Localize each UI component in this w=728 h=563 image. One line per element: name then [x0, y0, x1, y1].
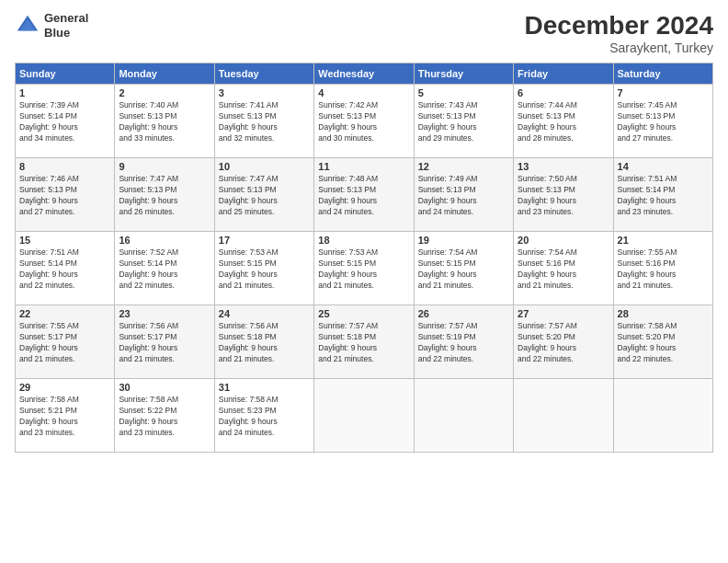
- header: General Blue December 2024 Saraykent, Tu…: [15, 11, 713, 55]
- calendar-cell: [414, 379, 513, 453]
- day-number: 10: [219, 161, 310, 172]
- calendar-cell: 18Sunrise: 7:53 AMSunset: 5:15 PMDayligh…: [314, 232, 414, 305]
- day-number: 2: [119, 87, 210, 98]
- day-info: Sunrise: 7:56 AMSunset: 5:18 PMDaylight:…: [219, 321, 310, 365]
- day-number: 6: [518, 87, 609, 98]
- day-info: Sunrise: 7:47 AMSunset: 5:13 PMDaylight:…: [119, 174, 210, 218]
- calendar-header-row: SundayMondayTuesdayWednesdayThursdayFrid…: [16, 63, 713, 85]
- day-number: 26: [418, 308, 509, 319]
- calendar-cell: 2Sunrise: 7:40 AMSunset: 5:13 PMDaylight…: [115, 85, 214, 158]
- calendar-cell: 28Sunrise: 7:58 AMSunset: 5:20 PMDayligh…: [613, 305, 712, 379]
- calendar-cell: 17Sunrise: 7:53 AMSunset: 5:15 PMDayligh…: [214, 232, 313, 305]
- calendar-cell: 24Sunrise: 7:56 AMSunset: 5:18 PMDayligh…: [214, 305, 313, 379]
- day-number: 17: [219, 235, 310, 246]
- day-number: 7: [618, 87, 709, 98]
- calendar-cell: 9Sunrise: 7:47 AMSunset: 5:13 PMDaylight…: [115, 158, 214, 232]
- day-info: Sunrise: 7:42 AMSunset: 5:13 PMDaylight:…: [318, 100, 409, 144]
- day-header-wednesday: Wednesday: [314, 63, 414, 85]
- calendar-cell: [514, 379, 613, 453]
- month-title: December 2024: [525, 11, 713, 40]
- day-info: Sunrise: 7:48 AMSunset: 5:13 PMDaylight:…: [318, 174, 409, 218]
- day-info: Sunrise: 7:52 AMSunset: 5:14 PMDaylight:…: [119, 247, 210, 292]
- day-info: Sunrise: 7:58 AMSunset: 5:23 PMDaylight:…: [219, 395, 310, 439]
- calendar-cell: 23Sunrise: 7:56 AMSunset: 5:17 PMDayligh…: [115, 305, 214, 379]
- calendar-cell: 20Sunrise: 7:54 AMSunset: 5:16 PMDayligh…: [514, 232, 613, 305]
- day-info: Sunrise: 7:55 AMSunset: 5:17 PMDaylight:…: [19, 321, 110, 365]
- day-number: 5: [418, 87, 509, 98]
- day-info: Sunrise: 7:51 AMSunset: 5:14 PMDaylight:…: [618, 174, 709, 218]
- day-info: Sunrise: 7:50 AMSunset: 5:13 PMDaylight:…: [518, 174, 609, 218]
- day-info: Sunrise: 7:54 AMSunset: 5:15 PMDaylight:…: [418, 247, 509, 292]
- day-info: Sunrise: 7:45 AMSunset: 5:13 PMDaylight:…: [618, 100, 709, 144]
- calendar-cell: 15Sunrise: 7:51 AMSunset: 5:14 PMDayligh…: [16, 232, 115, 305]
- day-info: Sunrise: 7:57 AMSunset: 5:20 PMDaylight:…: [518, 321, 609, 365]
- day-header-tuesday: Tuesday: [214, 63, 313, 85]
- logo-text: General Blue: [44, 11, 88, 40]
- day-info: Sunrise: 7:47 AMSunset: 5:13 PMDaylight:…: [219, 174, 310, 218]
- day-info: Sunrise: 7:51 AMSunset: 5:14 PMDaylight:…: [19, 247, 110, 292]
- day-info: Sunrise: 7:53 AMSunset: 5:15 PMDaylight:…: [219, 247, 310, 292]
- day-number: 1: [19, 87, 110, 98]
- calendar-cell: 30Sunrise: 7:58 AMSunset: 5:22 PMDayligh…: [115, 379, 214, 453]
- day-info: Sunrise: 7:43 AMSunset: 5:13 PMDaylight:…: [418, 100, 509, 144]
- calendar-cell: 10Sunrise: 7:47 AMSunset: 5:13 PMDayligh…: [214, 158, 313, 232]
- calendar-cell: 16Sunrise: 7:52 AMSunset: 5:14 PMDayligh…: [115, 232, 214, 305]
- calendar-cell: 6Sunrise: 7:44 AMSunset: 5:13 PMDaylight…: [514, 85, 613, 158]
- calendar-cell: 31Sunrise: 7:58 AMSunset: 5:23 PMDayligh…: [214, 379, 313, 453]
- day-number: 11: [318, 161, 409, 172]
- day-number: 4: [318, 87, 409, 98]
- day-number: 31: [219, 382, 310, 393]
- calendar-cell: 12Sunrise: 7:49 AMSunset: 5:13 PMDayligh…: [414, 158, 513, 232]
- calendar-cell: 26Sunrise: 7:57 AMSunset: 5:19 PMDayligh…: [414, 305, 513, 379]
- calendar-cell: 29Sunrise: 7:58 AMSunset: 5:21 PMDayligh…: [16, 379, 115, 453]
- day-number: 29: [19, 382, 110, 393]
- day-info: Sunrise: 7:55 AMSunset: 5:16 PMDaylight:…: [618, 247, 709, 292]
- day-number: 30: [119, 382, 210, 393]
- calendar-cell: 22Sunrise: 7:55 AMSunset: 5:17 PMDayligh…: [16, 305, 115, 379]
- day-number: 9: [119, 161, 210, 172]
- day-info: Sunrise: 7:57 AMSunset: 5:19 PMDaylight:…: [418, 321, 509, 365]
- day-number: 13: [518, 161, 609, 172]
- day-header-saturday: Saturday: [613, 63, 712, 85]
- calendar-week-4: 22Sunrise: 7:55 AMSunset: 5:17 PMDayligh…: [16, 305, 713, 379]
- day-number: 16: [119, 235, 210, 246]
- calendar-cell: 3Sunrise: 7:41 AMSunset: 5:13 PMDaylight…: [214, 85, 313, 158]
- calendar-cell: 14Sunrise: 7:51 AMSunset: 5:14 PMDayligh…: [613, 158, 712, 232]
- day-info: Sunrise: 7:39 AMSunset: 5:14 PMDaylight:…: [19, 100, 110, 144]
- logo: General Blue: [15, 11, 88, 40]
- day-number: 28: [618, 308, 709, 319]
- day-info: Sunrise: 7:40 AMSunset: 5:13 PMDaylight:…: [119, 100, 210, 144]
- day-info: Sunrise: 7:53 AMSunset: 5:15 PMDaylight:…: [318, 247, 409, 292]
- calendar-cell: 4Sunrise: 7:42 AMSunset: 5:13 PMDaylight…: [314, 85, 414, 158]
- day-header-sunday: Sunday: [16, 63, 115, 85]
- day-info: Sunrise: 7:49 AMSunset: 5:13 PMDaylight:…: [418, 174, 509, 218]
- day-number: 15: [19, 235, 110, 246]
- day-header-monday: Monday: [115, 63, 214, 85]
- day-number: 14: [618, 161, 709, 172]
- calendar-cell: [613, 379, 712, 453]
- day-info: Sunrise: 7:44 AMSunset: 5:13 PMDaylight:…: [518, 100, 609, 144]
- day-info: Sunrise: 7:57 AMSunset: 5:18 PMDaylight:…: [318, 321, 409, 365]
- calendar-cell: 11Sunrise: 7:48 AMSunset: 5:13 PMDayligh…: [314, 158, 414, 232]
- day-number: 18: [318, 235, 409, 246]
- calendar-week-1: 1Sunrise: 7:39 AMSunset: 5:14 PMDaylight…: [16, 85, 713, 158]
- calendar-cell: [314, 379, 414, 453]
- calendar-cell: 8Sunrise: 7:46 AMSunset: 5:13 PMDaylight…: [16, 158, 115, 232]
- day-number: 21: [618, 235, 709, 246]
- calendar-week-3: 15Sunrise: 7:51 AMSunset: 5:14 PMDayligh…: [16, 232, 713, 305]
- calendar: SundayMondayTuesdayWednesdayThursdayFrid…: [15, 63, 713, 453]
- day-number: 19: [418, 235, 509, 246]
- calendar-week-2: 8Sunrise: 7:46 AMSunset: 5:13 PMDaylight…: [16, 158, 713, 232]
- calendar-week-5: 29Sunrise: 7:58 AMSunset: 5:21 PMDayligh…: [16, 379, 713, 453]
- day-number: 3: [219, 87, 310, 98]
- logo-icon: [15, 13, 40, 39]
- calendar-cell: 19Sunrise: 7:54 AMSunset: 5:15 PMDayligh…: [414, 232, 513, 305]
- day-info: Sunrise: 7:58 AMSunset: 5:22 PMDaylight:…: [119, 395, 210, 439]
- day-number: 12: [418, 161, 509, 172]
- calendar-cell: 5Sunrise: 7:43 AMSunset: 5:13 PMDaylight…: [414, 85, 513, 158]
- day-number: 24: [219, 308, 310, 319]
- day-info: Sunrise: 7:58 AMSunset: 5:21 PMDaylight:…: [19, 395, 110, 439]
- day-info: Sunrise: 7:56 AMSunset: 5:17 PMDaylight:…: [119, 321, 210, 365]
- day-info: Sunrise: 7:46 AMSunset: 5:13 PMDaylight:…: [19, 174, 110, 218]
- location-subtitle: Saraykent, Turkey: [525, 40, 713, 55]
